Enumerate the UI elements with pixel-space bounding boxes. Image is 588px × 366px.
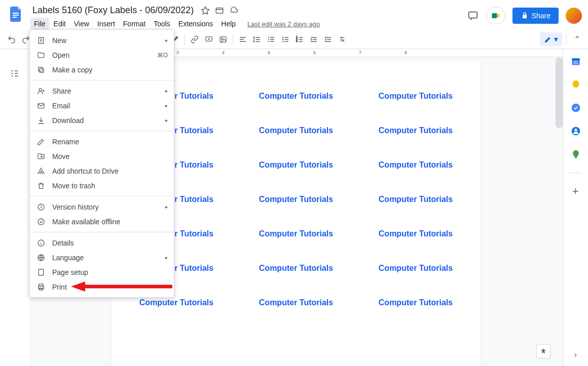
menu-new[interactable]: New▸ xyxy=(30,33,174,48)
menu-version-history[interactable]: Version history▸ xyxy=(30,199,174,214)
menu-tools[interactable]: Tools xyxy=(150,18,174,30)
header-actions: Share xyxy=(467,4,582,24)
title-area: Labels 5160 (Foxy Labels - 06/09/2022) F… xyxy=(30,4,467,30)
label-cell[interactable]: Computer Tutorials xyxy=(241,126,351,135)
label-cell[interactable]: Computer Tutorials xyxy=(122,298,231,307)
dropdown-caret-icon: ▾ xyxy=(554,34,558,44)
menu-edit[interactable]: Edit xyxy=(50,18,69,30)
menu-view[interactable]: View xyxy=(70,18,93,30)
meet-button[interactable] xyxy=(486,7,505,24)
file-menu-dropdown: New▸ Open⌘O Make a copy Share▸ Email▸ Do… xyxy=(29,29,174,298)
svg-point-25 xyxy=(39,88,42,91)
align-button[interactable] xyxy=(236,33,249,46)
label-cell[interactable]: Computer Tutorials xyxy=(361,126,470,135)
menu-share[interactable]: Share▸ xyxy=(30,84,174,98)
undo-button[interactable] xyxy=(5,33,18,46)
menu-move[interactable]: Move xyxy=(30,149,174,164)
explore-button[interactable] xyxy=(536,344,550,358)
ruler-tick: 5 xyxy=(268,50,270,55)
menu-details[interactable]: Details xyxy=(30,235,174,250)
label-cell[interactable]: Computer Tutorials xyxy=(241,298,351,307)
keep-icon[interactable] xyxy=(571,79,581,90)
label-cell[interactable]: Computer Tutorials xyxy=(241,229,351,238)
menu-make-copy[interactable]: Make a copy xyxy=(30,62,174,77)
outdent-button[interactable] xyxy=(307,33,320,46)
menu-open[interactable]: Open⌘O xyxy=(30,48,174,62)
menu-trash[interactable]: Move to trash xyxy=(30,178,174,193)
move-icon[interactable] xyxy=(215,6,224,15)
drive-add-icon xyxy=(36,167,46,175)
menu-page-setup[interactable]: Page setup xyxy=(30,265,174,279)
svg-rect-7 xyxy=(220,36,226,42)
label-cell[interactable]: Computer Tutorials xyxy=(361,160,470,170)
info-icon xyxy=(36,239,46,247)
menu-email[interactable]: Email▸ xyxy=(30,98,174,113)
label-cell[interactable]: Computer Tutorials xyxy=(361,195,470,204)
menu-rename[interactable]: Rename xyxy=(30,134,174,149)
menu-help[interactable]: Help xyxy=(217,18,239,30)
menu-language[interactable]: Language▸ xyxy=(30,250,174,265)
label-cell[interactable]: Computer Tutorials xyxy=(241,92,351,101)
add-comment-button[interactable] xyxy=(202,33,215,46)
star-icon[interactable] xyxy=(201,6,210,15)
outline-icon[interactable] xyxy=(10,68,20,80)
left-gutter xyxy=(0,49,29,366)
comments-icon[interactable] xyxy=(467,10,479,22)
folder-icon xyxy=(36,51,46,59)
numbered-list-button[interactable]: 123 xyxy=(293,33,306,46)
maps-icon[interactable] xyxy=(571,149,581,159)
menu-separator xyxy=(30,232,174,232)
last-edit[interactable]: Last edit was 2 days ago xyxy=(247,20,320,28)
indent-button[interactable] xyxy=(321,33,335,46)
contacts-icon[interactable] xyxy=(571,126,581,136)
svg-rect-31 xyxy=(39,269,43,275)
globe-icon xyxy=(36,254,46,262)
svg-point-10 xyxy=(283,39,283,39)
collapse-panel-icon[interactable]: › xyxy=(574,350,577,359)
calendar-icon[interactable]: 31 xyxy=(571,56,581,66)
ruler-tick: 3 xyxy=(176,50,179,55)
copy-icon xyxy=(36,66,46,74)
checklist-button[interactable] xyxy=(265,33,278,46)
hide-menus-button[interactable]: ⌃ xyxy=(571,33,583,46)
tasks-icon[interactable] xyxy=(571,103,581,113)
label-cell[interactable]: Computer Tutorials xyxy=(241,264,351,273)
menu-insert[interactable]: Insert xyxy=(94,18,119,30)
menu-separator xyxy=(30,131,174,131)
docs-logo[interactable] xyxy=(6,4,26,24)
menu-format[interactable]: Format xyxy=(120,18,149,30)
label-cell[interactable]: Computer Tutorials xyxy=(241,195,351,204)
print-icon xyxy=(36,283,46,291)
svg-rect-1 xyxy=(13,15,19,16)
label-cell[interactable]: Computer Tutorials xyxy=(361,264,470,273)
svg-point-9 xyxy=(283,37,283,37)
submenu-arrow-icon: ▸ xyxy=(165,103,168,108)
account-avatar[interactable] xyxy=(566,8,582,24)
menu-add-shortcut[interactable]: Add shortcut to Drive xyxy=(30,164,174,178)
shortcut-label: ⌘O xyxy=(157,52,168,59)
vertical-scrollbar[interactable] xyxy=(556,57,563,128)
menu-download[interactable]: Download▸ xyxy=(30,113,174,128)
label-cell[interactable]: Computer Tutorials xyxy=(361,92,470,101)
menu-offline[interactable]: Make available offline xyxy=(30,214,174,229)
cloud-status-icon[interactable] xyxy=(229,6,238,15)
submenu-arrow-icon: ▸ xyxy=(165,88,168,94)
link-button[interactable] xyxy=(188,33,201,46)
label-cell[interactable]: Computer Tutorials xyxy=(241,160,351,170)
clear-formatting-button[interactable] xyxy=(336,33,349,46)
share-button[interactable]: Share xyxy=(512,8,559,24)
menu-separator xyxy=(30,196,174,196)
svg-rect-5 xyxy=(492,13,497,18)
lock-icon xyxy=(521,12,529,20)
menu-file[interactable]: File xyxy=(30,18,49,30)
menu-print[interactable]: Print xyxy=(30,279,174,294)
bulleted-list-button[interactable] xyxy=(279,33,292,46)
insert-image-button[interactable] xyxy=(216,33,230,46)
doc-title[interactable]: Labels 5160 (Foxy Labels - 06/09/2022) xyxy=(30,4,196,17)
add-addon-icon[interactable]: + xyxy=(571,186,581,196)
label-cell[interactable]: Computer Tutorials xyxy=(361,298,470,307)
editing-mode-button[interactable]: ▾ xyxy=(540,32,562,46)
label-cell[interactable]: Computer Tutorials xyxy=(361,229,470,238)
line-spacing-button[interactable] xyxy=(250,33,264,46)
menu-extensions[interactable]: Extensions xyxy=(175,18,216,30)
